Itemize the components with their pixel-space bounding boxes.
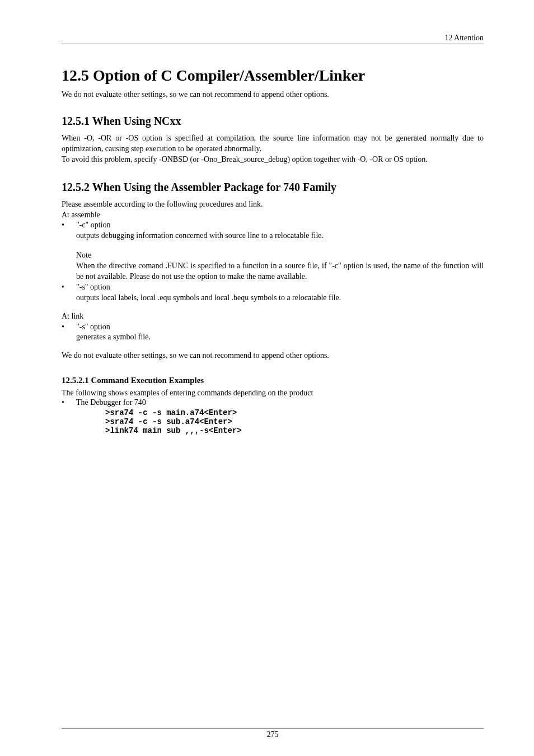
note-block: Note When the directive comand .FUNC is … <box>76 250 484 282</box>
section-2-intro1: Please assemble according to the followi… <box>62 199 484 210</box>
bullet-3: • "-s" option generates a symbol file. <box>62 322 484 343</box>
footer: 275 <box>62 729 484 739</box>
cmd-bullet: • The Debugger for 740 <box>62 398 484 408</box>
section-1-heading: 12.5.1 When Using NCxx <box>62 115 484 128</box>
bullet-1-label: "-c" option <box>76 220 484 231</box>
bullet-2: • "-s" option outputs local labels, loca… <box>62 282 484 304</box>
intro-text: We do not evaluate other settings, so we… <box>62 90 484 99</box>
note-label: Note <box>76 250 484 261</box>
header-rule <box>62 44 484 44</box>
section-1-body: When -O, -OR or -OS option is specified … <box>62 133 484 165</box>
bullet-3-desc: generates a symbol file. <box>76 332 484 343</box>
section-2-heading: 12.5.2 When Using the Assembler Package … <box>62 181 484 194</box>
bullet-3-label: "-s" option <box>76 322 484 333</box>
cmd-line-3: >link74 main sub ,,,-s<Enter> <box>105 426 484 435</box>
at-link-label: At link <box>62 311 484 322</box>
bullet-2-label: "-s" option <box>76 282 484 293</box>
cmd-heading: 12.5.2.1 Command Execution Examples <box>62 376 484 385</box>
bullet-icon: • <box>62 398 76 408</box>
header-label: 12 Attention <box>62 34 484 43</box>
bullet-1: • "-c" option outputs debugging informat… <box>62 220 484 241</box>
cmd-line-2: >sra74 -c -s sub.a74<Enter> <box>105 417 484 426</box>
footer-rule <box>62 729 484 729</box>
section-2-outro: We do not evaluate other settings, so we… <box>62 351 484 361</box>
section-2-intro2: At assemble <box>62 210 484 221</box>
page-title: 12.5 Option of C Compiler/Assembler/Link… <box>62 67 484 85</box>
bullet-icon: • <box>62 322 76 333</box>
cmd-intro: The following shows examples of entering… <box>62 389 484 398</box>
bullet-2-desc: outputs local labels, local .equ symbols… <box>76 293 484 304</box>
cmd-bullet-label: The Debugger for 740 <box>76 398 484 408</box>
note-text: When the directive comand .FUNC is speci… <box>76 261 484 282</box>
bullet-icon: • <box>62 282 76 293</box>
cmd-line-1: >sra74 -c -s main.a74<Enter> <box>105 408 484 417</box>
bullet-icon: • <box>62 220 76 231</box>
bullet-1-desc: outputs debugging information concerned … <box>76 231 484 241</box>
page-number: 275 <box>62 730 484 739</box>
